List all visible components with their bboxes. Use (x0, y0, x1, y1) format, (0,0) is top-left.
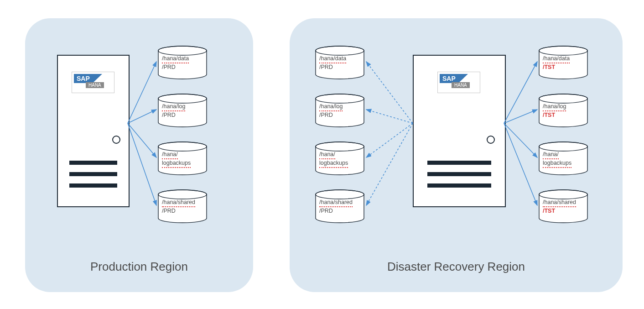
sap-text: SAP (440, 74, 458, 83)
prod-cyl-data: /hana/data/PRD (157, 46, 208, 80)
svg-line-35 (504, 123, 537, 205)
sap-hana-logo: SAP HANA (72, 72, 114, 93)
prod-server: SAP HANA (57, 55, 130, 207)
server-vent-icon (69, 161, 117, 165)
hana-text: HANA (86, 82, 104, 88)
dr-right-cyl-logbackups: /hana/logbackups (538, 141, 588, 176)
svg-line-32 (504, 62, 537, 123)
prod-region-title: Production Region (25, 260, 253, 274)
prod-cyl-logbackups: /hana/logbackups (157, 141, 208, 176)
server-handle-icon (112, 136, 120, 144)
svg-line-10 (128, 123, 156, 157)
dr-region-title: Disaster Recovery Region (290, 260, 623, 274)
production-region: SAP HANA /hana/data/PRD /hana/log/PRD /h… (25, 18, 253, 292)
dr-server: SAP HANA (413, 55, 506, 207)
svg-line-11 (128, 123, 156, 205)
server-vent-icon (427, 172, 491, 176)
dr-left-cyl-log: /hana/log/PRD (315, 94, 365, 128)
dr-region: /hana/data/PRD /hana/log/PRD /hana/logba… (290, 18, 623, 292)
dr-left-cyl-logbackups: /hana/logbackups (315, 141, 365, 176)
svg-line-34 (504, 123, 537, 157)
svg-line-9 (128, 110, 156, 123)
svg-line-8 (128, 62, 156, 123)
dr-right-cyl-data: /hana/data/TST (538, 46, 588, 80)
server-handle-icon (487, 136, 495, 144)
dr-left-cyl-shared: /hana/shared/PRD (315, 189, 365, 224)
svg-line-28 (366, 62, 413, 123)
server-vent-icon (69, 183, 117, 188)
dr-right-cyl-log: /hana/log/TST (538, 94, 588, 128)
svg-line-29 (366, 110, 413, 123)
prod-cyl-shared: /hana/shared/PRD (157, 189, 208, 224)
dr-right-cyl-shared: /hana/shared/TST (538, 189, 588, 224)
svg-line-33 (504, 110, 537, 123)
sap-text: SAP (74, 74, 93, 83)
server-vent-icon (427, 161, 491, 165)
svg-line-30 (366, 123, 413, 157)
svg-line-31 (366, 123, 413, 205)
hana-text: HANA (452, 82, 470, 88)
server-vent-icon (427, 183, 491, 188)
server-vent-icon (69, 172, 117, 176)
dr-left-cyl-data: /hana/data/PRD (315, 46, 365, 80)
prod-cyl-log: /hana/log/PRD (157, 94, 208, 128)
sap-hana-logo: SAP HANA (437, 72, 480, 93)
